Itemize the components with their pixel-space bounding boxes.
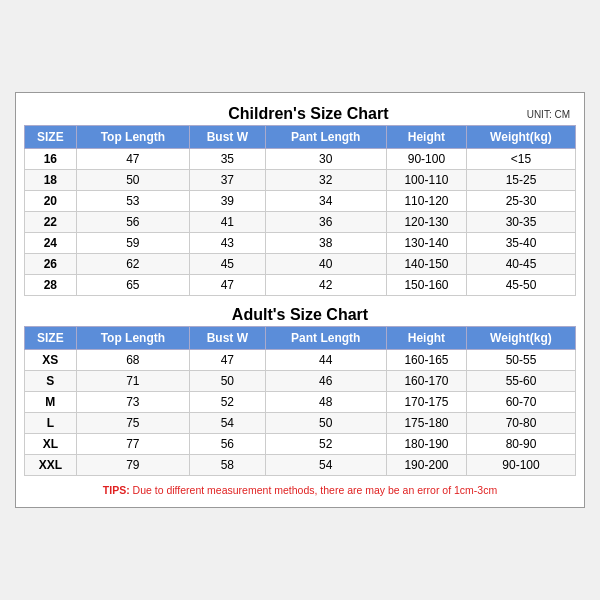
children-col-weight: Weight(kg)	[466, 126, 575, 149]
table-row: XS684744160-16550-55	[25, 350, 576, 371]
adult-col-weight: Weight(kg)	[466, 327, 575, 350]
adult-col-pant-length: Pant Length	[265, 327, 386, 350]
adult-section-title: Adult's Size Chart	[30, 306, 570, 324]
adult-table-body: XS684744160-16550-55S715046160-17055-60M…	[25, 350, 576, 476]
table-row: L755450175-18070-80	[25, 413, 576, 434]
children-col-size: SIZE	[25, 126, 77, 149]
adult-header-row: SIZE Top Length Bust W Pant Length Heigh…	[25, 327, 576, 350]
size-chart-container: Children's Size Chart UNIT: CM SIZE Top …	[15, 92, 585, 508]
adult-col-size: SIZE	[25, 327, 77, 350]
children-col-height: Height	[386, 126, 466, 149]
table-row: 26624540140-15040-45	[25, 254, 576, 275]
children-col-bust-w: Bust W	[190, 126, 266, 149]
children-table-body: 1647353090-100<1518503732100-11015-25205…	[25, 149, 576, 296]
children-header-row: SIZE Top Length Bust W Pant Length Heigh…	[25, 126, 576, 149]
children-title-row: Children's Size Chart UNIT: CM	[24, 101, 576, 125]
children-size-table: SIZE Top Length Bust W Pant Length Heigh…	[24, 125, 576, 296]
table-row: 24594338130-14035-40	[25, 233, 576, 254]
table-row: 22564136120-13030-35	[25, 212, 576, 233]
adult-title-row: Adult's Size Chart	[24, 302, 576, 326]
tips-label: TIPS:	[103, 484, 130, 496]
table-row: XL775652180-19080-90	[25, 434, 576, 455]
table-row: S715046160-17055-60	[25, 371, 576, 392]
unit-label: UNIT: CM	[527, 109, 570, 120]
table-row: 20533934110-12025-30	[25, 191, 576, 212]
tips-row: TIPS: Due to different measurement metho…	[24, 481, 576, 499]
adult-col-top-length: Top Length	[76, 327, 189, 350]
adult-col-bust-w: Bust W	[190, 327, 266, 350]
table-row: 1647353090-100<15	[25, 149, 576, 170]
adult-size-table: SIZE Top Length Bust W Pant Length Heigh…	[24, 326, 576, 476]
children-col-top-length: Top Length	[76, 126, 189, 149]
table-row: XXL795854190-20090-100	[25, 455, 576, 476]
adult-col-height: Height	[386, 327, 466, 350]
table-row: 28654742150-16045-50	[25, 275, 576, 296]
table-row: 18503732100-11015-25	[25, 170, 576, 191]
children-col-pant-length: Pant Length	[265, 126, 386, 149]
tips-text: Due to different measurement methods, th…	[130, 484, 497, 496]
table-row: M735248170-17560-70	[25, 392, 576, 413]
adult-section: Adult's Size Chart SIZE Top Length Bust …	[24, 302, 576, 476]
children-section-title: Children's Size Chart	[90, 105, 527, 123]
